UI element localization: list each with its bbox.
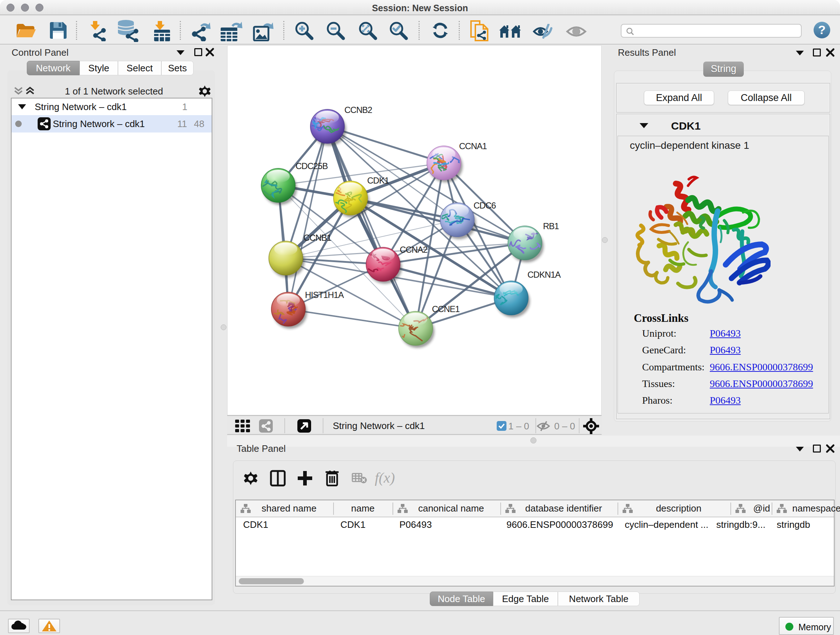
- svg-text:RB1: RB1: [543, 221, 559, 231]
- svg-text:CCNE1: CCNE1: [432, 304, 460, 314]
- svg-text:CCNA1: CCNA1: [459, 141, 487, 151]
- svg-text:CDC25B: CDC25B: [295, 161, 328, 171]
- svg-text:CCNB2: CCNB2: [344, 105, 372, 115]
- svg-text:CCNB1: CCNB1: [303, 233, 332, 242]
- svg-text:HIST1H1A: HIST1H1A: [305, 290, 344, 300]
- svg-text:?: ?: [818, 23, 826, 36]
- svg-text:CDC6: CDC6: [474, 201, 496, 211]
- svg-text:CDK1: CDK1: [367, 176, 389, 185]
- svg-text:CDKN1A: CDKN1A: [527, 270, 561, 279]
- svg-text:CCNA2: CCNA2: [400, 245, 428, 255]
